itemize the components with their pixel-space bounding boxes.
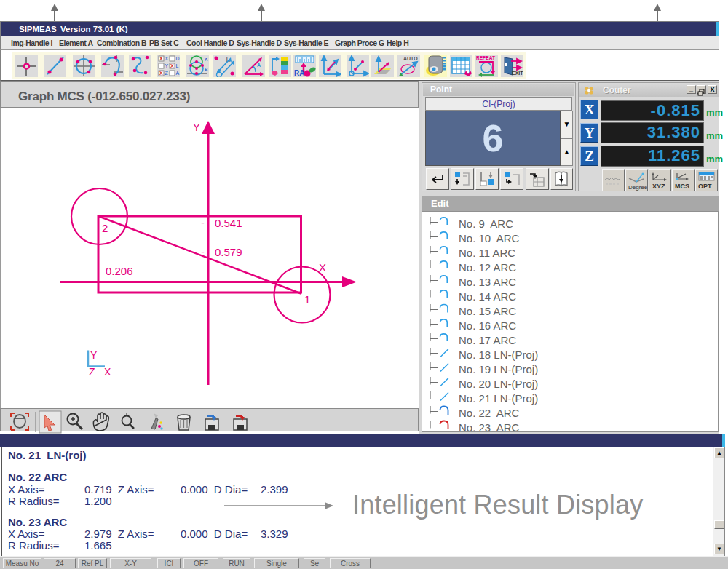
svg-text:X: X — [159, 56, 163, 61]
svg-text:AUTO: AUTO — [403, 56, 418, 61]
svg-text:OPT: OPT — [698, 183, 712, 190]
svg-text:X: X — [165, 56, 169, 61]
svg-text:Y: Y — [90, 349, 98, 361]
svg-text:Y: Y — [165, 63, 169, 68]
svg-text:X: X — [319, 261, 326, 274]
svg-text:D: D — [176, 56, 180, 61]
svg-text:MCS: MCS — [675, 183, 689, 190]
svg-text:A: A — [205, 57, 208, 62]
svg-text:-: - — [201, 216, 205, 228]
svg-text:0.206: 0.206 — [106, 265, 133, 277]
svg-text:0.579: 0.579 — [215, 246, 242, 258]
svg-text:RA: RA — [294, 69, 304, 77]
svg-text:0.541: 0.541 — [215, 217, 242, 229]
svg-text:A: A — [176, 71, 180, 76]
svg-text:X: X — [159, 71, 163, 76]
svg-text:A: A — [257, 63, 261, 68]
svg-text:2: 2 — [102, 222, 108, 234]
svg-text:B: B — [205, 67, 208, 71]
svg-text:Z: Z — [89, 366, 95, 378]
svg-text:XYZ: XYZ — [652, 183, 665, 190]
svg-text:X: X — [170, 63, 174, 68]
svg-text:Z: Z — [165, 71, 169, 76]
svg-text:REPEAT: REPEAT — [476, 55, 495, 60]
svg-text:X: X — [104, 366, 111, 378]
svg-text:EXIT: EXIT — [512, 71, 523, 76]
svg-text:Degree: Degree — [628, 184, 647, 191]
svg-text:-: - — [201, 245, 205, 258]
svg-text:1: 1 — [304, 293, 310, 306]
svg-text:Y: Y — [193, 121, 200, 133]
svg-text:L: L — [176, 63, 179, 68]
